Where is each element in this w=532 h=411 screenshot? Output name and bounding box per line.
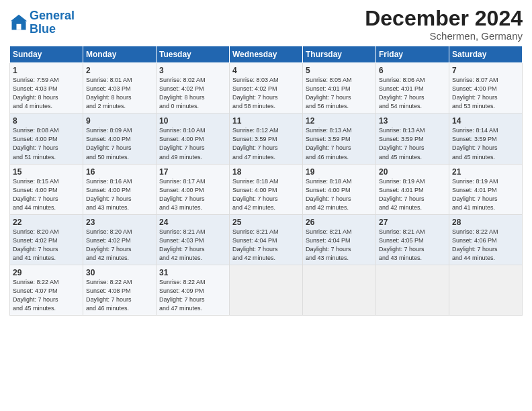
calendar-cell: 4Sunrise: 8:03 AM Sunset: 4:02 PM Daylig… xyxy=(230,63,303,113)
calendar-cell xyxy=(376,265,449,315)
title-block: December 2024 Schermen, Germany xyxy=(365,7,523,42)
calendar-table: SundayMondayTuesdayWednesdayThursdayFrid… xyxy=(9,46,523,316)
cell-details: Sunrise: 8:20 AM Sunset: 4:02 PM Dayligh… xyxy=(86,228,153,263)
calendar-cell: 3Sunrise: 8:02 AM Sunset: 4:02 PM Daylig… xyxy=(157,63,230,113)
cell-details: Sunrise: 8:22 AM Sunset: 4:07 PM Dayligh… xyxy=(13,278,80,313)
day-number: 10 xyxy=(159,116,226,126)
cell-details: Sunrise: 8:22 AM Sunset: 4:06 PM Dayligh… xyxy=(452,228,519,263)
day-number: 24 xyxy=(159,218,226,227)
cell-details: Sunrise: 8:07 AM Sunset: 4:00 PM Dayligh… xyxy=(452,76,519,111)
week-row-2: 8Sunrise: 8:08 AM Sunset: 4:00 PM Daylig… xyxy=(10,113,523,164)
calendar-cell: 18Sunrise: 8:18 AM Sunset: 4:00 PM Dayli… xyxy=(230,164,303,214)
week-row-3: 15Sunrise: 8:15 AM Sunset: 4:00 PM Dayli… xyxy=(10,164,523,214)
col-header-saturday: Saturday xyxy=(449,46,523,63)
day-number: 5 xyxy=(306,66,373,75)
calendar-cell xyxy=(230,265,303,315)
cell-details: Sunrise: 8:21 AM Sunset: 4:04 PM Dayligh… xyxy=(232,228,300,263)
day-number: 25 xyxy=(232,218,300,227)
col-header-thursday: Thursday xyxy=(303,46,376,63)
calendar-cell: 9Sunrise: 8:09 AM Sunset: 4:00 PM Daylig… xyxy=(83,113,157,164)
cell-details: Sunrise: 8:18 AM Sunset: 4:00 PM Dayligh… xyxy=(306,177,373,212)
calendar-cell: 6Sunrise: 8:06 AM Sunset: 4:01 PM Daylig… xyxy=(376,63,449,113)
week-row-5: 29Sunrise: 8:22 AM Sunset: 4:07 PM Dayli… xyxy=(10,265,523,315)
day-number: 14 xyxy=(452,116,519,126)
day-number: 7 xyxy=(452,66,519,75)
day-number: 29 xyxy=(13,268,80,277)
logo-text: General Blue xyxy=(30,9,75,36)
day-number: 12 xyxy=(306,116,373,126)
cell-details: Sunrise: 8:12 AM Sunset: 3:59 PM Dayligh… xyxy=(232,126,300,161)
calendar-cell: 16Sunrise: 8:16 AM Sunset: 4:00 PM Dayli… xyxy=(83,164,157,214)
week-row-4: 22Sunrise: 8:20 AM Sunset: 4:02 PM Dayli… xyxy=(10,214,523,265)
calendar-cell: 11Sunrise: 8:12 AM Sunset: 3:59 PM Dayli… xyxy=(230,113,303,164)
day-number: 9 xyxy=(86,116,153,126)
cell-details: Sunrise: 8:05 AM Sunset: 4:01 PM Dayligh… xyxy=(306,76,373,111)
calendar-cell: 2Sunrise: 8:01 AM Sunset: 4:03 PM Daylig… xyxy=(83,63,157,113)
cell-details: Sunrise: 8:20 AM Sunset: 4:02 PM Dayligh… xyxy=(13,228,80,263)
cell-details: Sunrise: 8:10 AM Sunset: 4:00 PM Dayligh… xyxy=(159,126,226,161)
day-number: 30 xyxy=(86,268,153,277)
calendar-cell: 28Sunrise: 8:22 AM Sunset: 4:06 PM Dayli… xyxy=(449,214,523,265)
day-number: 1 xyxy=(13,66,80,75)
calendar-cell xyxy=(303,265,376,315)
cell-details: Sunrise: 7:59 AM Sunset: 4:03 PM Dayligh… xyxy=(13,76,80,111)
cell-details: Sunrise: 8:03 AM Sunset: 4:02 PM Dayligh… xyxy=(232,76,300,111)
cell-details: Sunrise: 8:19 AM Sunset: 4:01 PM Dayligh… xyxy=(379,177,446,212)
calendar-cell: 10Sunrise: 8:10 AM Sunset: 4:00 PM Dayli… xyxy=(157,113,230,164)
calendar-cell: 5Sunrise: 8:05 AM Sunset: 4:01 PM Daylig… xyxy=(303,63,376,113)
day-number: 4 xyxy=(232,66,300,75)
day-number: 17 xyxy=(159,167,226,177)
calendar-cell: 8Sunrise: 8:08 AM Sunset: 4:00 PM Daylig… xyxy=(10,113,83,164)
day-number: 18 xyxy=(232,167,300,177)
calendar-cell: 29Sunrise: 8:22 AM Sunset: 4:07 PM Dayli… xyxy=(10,265,83,315)
svg-rect-2 xyxy=(17,24,21,30)
cell-details: Sunrise: 8:13 AM Sunset: 3:59 PM Dayligh… xyxy=(306,126,373,161)
header-row: SundayMondayTuesdayWednesdayThursdayFrid… xyxy=(10,46,523,63)
day-number: 16 xyxy=(86,167,153,177)
calendar-cell: 22Sunrise: 8:20 AM Sunset: 4:02 PM Dayli… xyxy=(10,214,83,265)
col-header-monday: Monday xyxy=(83,46,157,63)
calendar-cell: 31Sunrise: 8:22 AM Sunset: 4:09 PM Dayli… xyxy=(157,265,230,315)
cell-details: Sunrise: 8:21 AM Sunset: 4:04 PM Dayligh… xyxy=(306,228,373,263)
day-number: 27 xyxy=(379,218,446,227)
calendar-cell: 30Sunrise: 8:22 AM Sunset: 4:08 PM Dayli… xyxy=(83,265,157,315)
day-number: 15 xyxy=(13,167,80,177)
logo: General Blue xyxy=(9,9,75,36)
cell-details: Sunrise: 8:13 AM Sunset: 3:59 PM Dayligh… xyxy=(379,126,446,161)
day-number: 22 xyxy=(13,218,80,227)
calendar-cell: 20Sunrise: 8:19 AM Sunset: 4:01 PM Dayli… xyxy=(376,164,449,214)
calendar-cell: 15Sunrise: 8:15 AM Sunset: 4:00 PM Dayli… xyxy=(10,164,83,214)
cell-details: Sunrise: 8:22 AM Sunset: 4:08 PM Dayligh… xyxy=(86,278,153,313)
cell-details: Sunrise: 8:21 AM Sunset: 4:03 PM Dayligh… xyxy=(159,228,226,263)
page-container: General Blue December 2024 Schermen, Ger… xyxy=(0,0,532,321)
location: Schermen, Germany xyxy=(365,30,523,42)
cell-details: Sunrise: 8:02 AM Sunset: 4:02 PM Dayligh… xyxy=(159,76,226,111)
day-number: 2 xyxy=(86,66,153,75)
day-number: 6 xyxy=(379,66,446,75)
calendar-cell: 21Sunrise: 8:19 AM Sunset: 4:01 PM Dayli… xyxy=(449,164,523,214)
calendar-cell: 27Sunrise: 8:21 AM Sunset: 4:05 PM Dayli… xyxy=(376,214,449,265)
col-header-wednesday: Wednesday xyxy=(230,46,303,63)
logo-blue: Blue xyxy=(30,22,56,36)
calendar-cell: 12Sunrise: 8:13 AM Sunset: 3:59 PM Dayli… xyxy=(303,113,376,164)
cell-details: Sunrise: 8:19 AM Sunset: 4:01 PM Dayligh… xyxy=(452,177,519,212)
cell-details: Sunrise: 8:01 AM Sunset: 4:03 PM Dayligh… xyxy=(86,76,153,111)
cell-details: Sunrise: 8:21 AM Sunset: 4:05 PM Dayligh… xyxy=(379,228,446,263)
cell-details: Sunrise: 8:16 AM Sunset: 4:00 PM Dayligh… xyxy=(86,177,153,212)
day-number: 13 xyxy=(379,116,446,126)
calendar-cell: 1Sunrise: 7:59 AM Sunset: 4:03 PM Daylig… xyxy=(10,63,83,113)
header: General Blue December 2024 Schermen, Ger… xyxy=(9,7,523,42)
calendar-cell: 23Sunrise: 8:20 AM Sunset: 4:02 PM Dayli… xyxy=(83,214,157,265)
cell-details: Sunrise: 8:15 AM Sunset: 4:00 PM Dayligh… xyxy=(13,177,80,212)
col-header-sunday: Sunday xyxy=(10,46,83,63)
cell-details: Sunrise: 8:06 AM Sunset: 4:01 PM Dayligh… xyxy=(379,76,446,111)
day-number: 3 xyxy=(159,66,226,75)
day-number: 31 xyxy=(159,268,226,277)
col-header-tuesday: Tuesday xyxy=(157,46,230,63)
calendar-cell: 7Sunrise: 8:07 AM Sunset: 4:00 PM Daylig… xyxy=(449,63,523,113)
calendar-cell: 17Sunrise: 8:17 AM Sunset: 4:00 PM Dayli… xyxy=(157,164,230,214)
calendar-cell: 25Sunrise: 8:21 AM Sunset: 4:04 PM Dayli… xyxy=(230,214,303,265)
week-row-1: 1Sunrise: 7:59 AM Sunset: 4:03 PM Daylig… xyxy=(10,63,523,113)
day-number: 28 xyxy=(452,218,519,227)
calendar-cell: 14Sunrise: 8:14 AM Sunset: 3:59 PM Dayli… xyxy=(449,113,523,164)
